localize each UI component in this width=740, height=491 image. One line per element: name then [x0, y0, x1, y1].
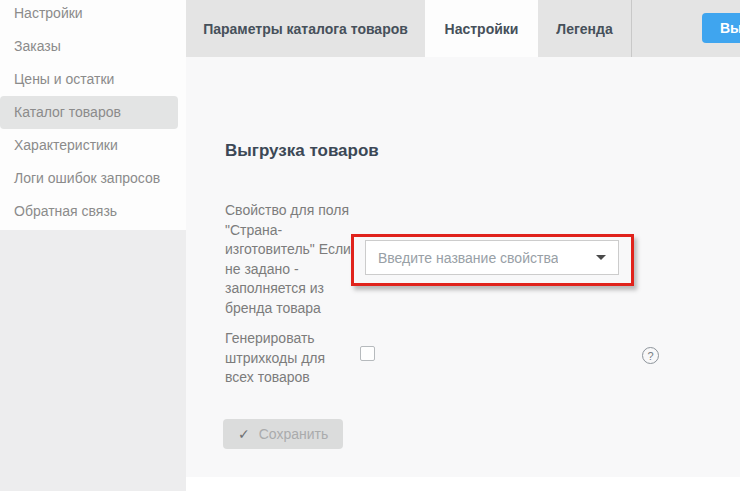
sidebar-menu: Настройки Заказы Цены и остатки Каталог …: [0, 0, 186, 230]
field-label-generate-barcodes: Генерировать штрихкоды для всех товаров: [225, 329, 355, 388]
sidebar-item-feedback[interactable]: Обратная связь: [0, 195, 186, 228]
property-select[interactable]: Введите название свойства: [365, 240, 619, 275]
check-icon: ✓: [238, 426, 250, 442]
sidebar-item-product-catalog[interactable]: Каталог товаров: [0, 96, 178, 129]
property-select-placeholder: Введите название свойства: [378, 250, 558, 266]
sidebar-item-orders[interactable]: Заказы: [0, 30, 186, 63]
barcodes-checkbox[interactable]: [360, 346, 375, 361]
tab-bar: Параметры каталога товаров Настройки Лег…: [186, 0, 740, 57]
tab-legend[interactable]: Легенда: [538, 0, 632, 57]
save-button-label: Сохранить: [259, 426, 329, 442]
export-button[interactable]: Выгр: [702, 13, 740, 43]
sidebar-item-prices-stocks[interactable]: Цены и остатки: [0, 63, 186, 96]
page-title: Выгрузка товаров: [225, 141, 379, 161]
tab-catalog-params[interactable]: Параметры каталога товаров: [186, 0, 425, 57]
field-label-country-property: Свойство для поля "Страна-изготовитель" …: [225, 201, 369, 318]
save-button[interactable]: ✓ Сохранить: [223, 419, 343, 449]
sidebar-item-characteristics[interactable]: Характеристики: [0, 129, 186, 162]
content-bottom-strip: [186, 477, 740, 491]
content-panel: Выгрузка товаров Свойство для поля "Стра…: [186, 57, 740, 477]
sidebar: Настройки Заказы Цены и остатки Каталог …: [0, 0, 186, 491]
tab-settings[interactable]: Настройки: [425, 0, 538, 57]
help-icon[interactable]: ?: [642, 347, 659, 364]
sidebar-item-settings[interactable]: Настройки: [0, 0, 186, 30]
sidebar-item-error-logs[interactable]: Логи ошибок запросов: [0, 162, 186, 195]
chevron-down-icon: [596, 255, 606, 260]
